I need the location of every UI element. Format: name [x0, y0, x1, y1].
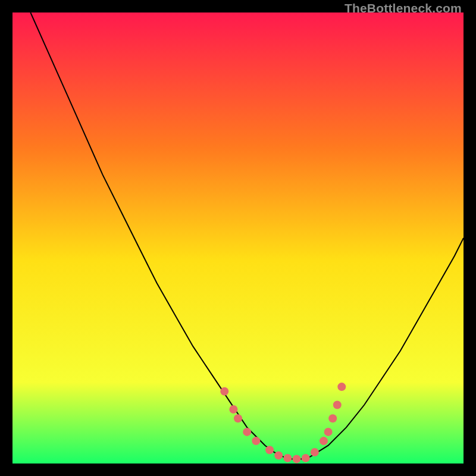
watermark-text: TheBottleneck.com	[345, 1, 462, 15]
marker-point	[324, 428, 333, 436]
marker-point	[283, 454, 292, 462]
marker-point	[302, 454, 310, 462]
marker-point	[243, 428, 251, 436]
marker-point	[328, 414, 337, 422]
marker-point	[311, 448, 319, 456]
marker-point	[320, 437, 328, 445]
marker-point	[234, 414, 242, 422]
marker-point	[265, 446, 274, 454]
marker-point	[229, 405, 237, 414]
marker-point	[337, 383, 346, 391]
marker-point	[252, 437, 260, 445]
marker-point	[293, 455, 301, 463]
gradient-background	[12, 12, 464, 464]
marker-point	[274, 451, 283, 459]
marker-point	[220, 387, 228, 396]
chart-frame	[12, 12, 464, 464]
bottleneck-chart	[12, 12, 464, 464]
marker-point	[333, 401, 342, 409]
